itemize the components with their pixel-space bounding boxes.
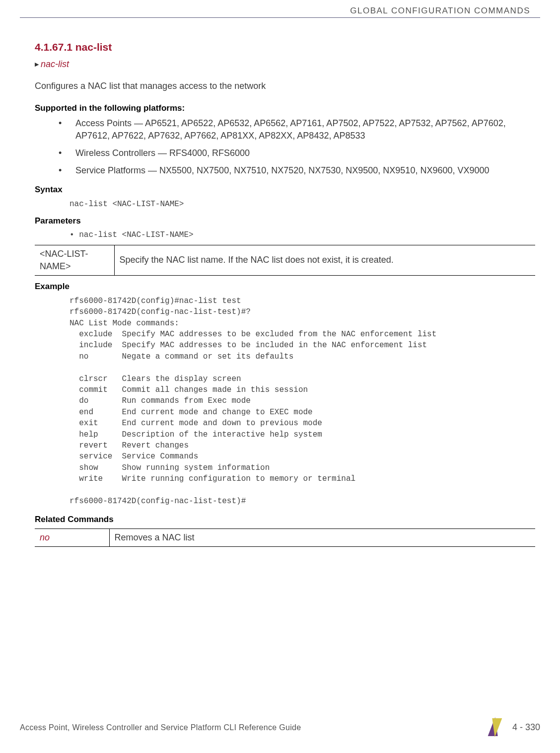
brand-logo-icon <box>485 717 505 738</box>
footer-guide-title: Access Point, Wireless Controller and Se… <box>20 722 301 733</box>
parameters-heading: Parameters <box>35 215 535 227</box>
table-row: no Removes a NAC list <box>35 529 535 547</box>
list-item: Access Points — AP6521, AP6522, AP6532, … <box>59 117 535 142</box>
parameters-table: <NAC-LIST-NAME> Specify the NAC list nam… <box>35 245 535 276</box>
parameters-bullet: • nac-list <NAC-LIST-NAME> <box>70 229 535 240</box>
nav-arrow-icon: ▶ <box>35 61 39 68</box>
section-title: 4.1.67.1 nac-list <box>35 40 535 54</box>
list-item: Wireless Controllers — RFS4000, RFS6000 <box>59 147 535 159</box>
related-cmd-cell[interactable]: no <box>35 529 109 547</box>
related-commands-table: no Removes a NAC list <box>35 528 535 547</box>
table-row: <NAC-LIST-NAME> Specify the NAC list nam… <box>35 245 535 275</box>
page-content: 4.1.67.1 nac-list ▶ nac-list Configures … <box>35 40 535 552</box>
list-item: Service Platforms — NX5500, NX7500, NX75… <box>59 164 535 177</box>
intro-text: Configures a NAC list that manages acces… <box>35 80 535 92</box>
page-footer: Access Point, Wireless Controller and Se… <box>20 717 540 738</box>
doc-section-header: GLOBAL CONFIGURATION COMMANDS <box>350 5 530 17</box>
related-desc-cell: Removes a NAC list <box>109 529 535 547</box>
syntax-heading: Syntax <box>35 184 535 196</box>
example-code: rfs6000-81742D(config)#nac-list test rfs… <box>70 296 535 507</box>
param-desc-cell: Specify the NAC list name. If the NAC li… <box>114 245 535 275</box>
page-number: 4 - 330 <box>512 721 540 734</box>
header-rule <box>20 17 540 18</box>
supported-platforms-list: Access Points — AP6521, AP6522, AP6532, … <box>59 117 535 177</box>
supported-heading: Supported in the following platforms: <box>35 102 535 114</box>
breadcrumb-nav: ▶ nac-list <box>35 58 535 71</box>
related-heading: Related Commands <box>35 514 535 526</box>
example-heading: Example <box>35 281 535 293</box>
footer-right-group: 4 - 330 <box>485 717 540 738</box>
param-name-cell: <NAC-LIST-NAME> <box>35 245 114 275</box>
syntax-code: nac-list <NAC-LIST-NAME> <box>70 199 535 210</box>
nav-link-text[interactable]: nac-list <box>41 58 69 71</box>
